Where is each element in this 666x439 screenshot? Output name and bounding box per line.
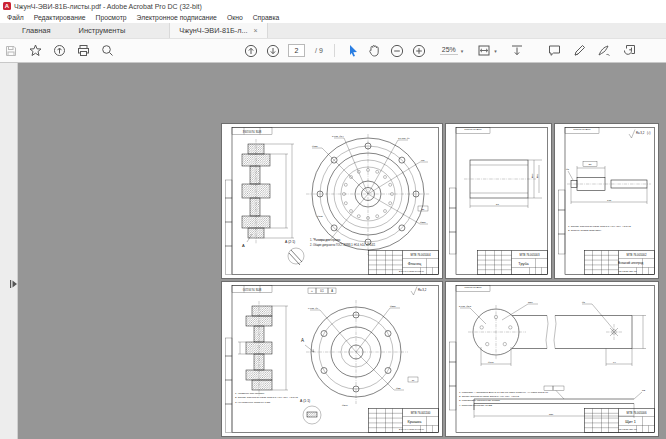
callout-label: ⌀250 (390, 305, 396, 308)
menu-window[interactable]: Окно (222, 14, 248, 21)
share-document-icon (623, 44, 636, 57)
title-block: МТВ 76.001100 Крышка Б-ПН-0,9 ГОСТ 19903… (369, 409, 439, 433)
pdf-page-tube[interactable]: МТВ 76.001003 57 ⌀89 ⌀81 (446, 124, 551, 278)
close-tab-icon[interactable]: × (254, 27, 258, 34)
expand-arrow-icon (9, 279, 18, 289)
pencil-icon (573, 44, 586, 57)
pencil-tool-button[interactable] (572, 44, 586, 58)
select-tool-button[interactable] (346, 44, 360, 58)
corner-stamp-text: МТВ 76.001003 (464, 128, 482, 131)
menu-view[interactable]: Просмотр (91, 14, 132, 21)
print-button[interactable] (76, 44, 90, 58)
comment-bubble-icon (548, 44, 561, 57)
drawing-name: Фланец (408, 262, 422, 266)
note-line: 1. *Размеры для справок. (310, 238, 341, 242)
zoom-in-button[interactable] (412, 44, 426, 58)
tab-bar: Главная Инструменты ЧжунЧ-ЭВИ-81Б-л... × (0, 23, 666, 39)
shield-top-view: 5 отв. ⌀5,5 R50 ⌀8 ⌀100 64 (459, 301, 646, 366)
zoom-level-value: 25% (440, 46, 458, 55)
page-count-label: / 9 (315, 47, 323, 54)
note-line: 3. Маркировать обозначение детали. (459, 399, 501, 402)
send-share-button[interactable] (622, 44, 636, 58)
menu-file[interactable]: Файл (2, 14, 29, 21)
drawing-designation: МТВ 76.001003 (520, 253, 540, 257)
toolbar-left-group (4, 39, 114, 62)
fit-page-icon (510, 44, 524, 57)
drawing-designation: МТВ 76.001002 (627, 253, 647, 257)
menu-edit[interactable]: Редактирование (29, 14, 91, 21)
tab-document[interactable]: ЧжунЧ-ЭВИ-81Б-л... × (169, 23, 267, 38)
title-block: МТВ 76.001003 Труба (478, 251, 548, 275)
drawing-designation: МТВ 76.001006 (627, 411, 647, 415)
note-line: 1. Материал — проволока ДКРНТ 5,0 БТ М1 … (459, 391, 549, 394)
fit-width-select[interactable]: ▾ (477, 44, 497, 57)
cursor-arrow-icon (347, 44, 359, 57)
tab-tools[interactable]: Инструменты (65, 23, 140, 38)
tolerance-frame: ⊥ 0,1 А (308, 288, 336, 294)
page-up-icon (244, 44, 258, 58)
dim-label: 850 (549, 413, 554, 416)
detail-view-a: А (1:1) (300, 399, 321, 425)
note-line: 1. Общие допуски по ГОСТ 30893.1: H14, h… (568, 225, 632, 228)
fill-sign-button[interactable] (597, 44, 611, 58)
surface-finish-mark: Ra 3,2 (411, 287, 427, 296)
zoom-level-select[interactable]: 25% ▾ (440, 46, 464, 55)
corner-stamp-text: МТВ 76.001100 (242, 287, 261, 291)
hand-tool-button[interactable] (368, 44, 382, 58)
dim-label: ⌀89 (531, 173, 534, 178)
note-line: 2. Острые кромки притупить. (568, 229, 602, 232)
plus-circle-icon (412, 44, 426, 58)
detail-label: А (2:1) (285, 240, 295, 244)
zone-label: 2Г (422, 208, 425, 211)
search-icon (101, 44, 114, 57)
find-button[interactable] (100, 44, 114, 58)
pdf-page-cover[interactable]: МТВ 76.001100 ⊥ 0,1 А Ra 3,2 (222, 282, 442, 436)
page-fit-button[interactable] (510, 44, 524, 58)
favorites-button[interactable] (28, 44, 42, 58)
fit-width-icon (477, 44, 491, 57)
pdf-page-shield[interactable]: МТВ 76.001006 (446, 282, 658, 436)
page-down-icon (266, 44, 280, 58)
tab-home[interactable]: Главная (8, 23, 65, 38)
dim-label: ⌀81 (536, 173, 539, 178)
material-spec: М1 ГОСТ 859-78 (618, 270, 637, 273)
drawing-name: Внешний электрод (618, 261, 644, 265)
view-arrow-label: А (301, 338, 304, 343)
zone-label: 1Г (412, 379, 415, 382)
main-toolbar: 2 / 9 25% ▾ (0, 39, 666, 63)
page-number-input[interactable]: 2 (288, 44, 305, 57)
tolerance-datum: А (331, 289, 333, 293)
material-spec: Б-ПН-0,9 ГОСТ 19903-74 (399, 428, 425, 431)
nav-pane-expand-handle[interactable] (9, 275, 18, 285)
pdf-page-flange[interactable]: МТВ 76.001004 А (222, 124, 442, 278)
drawing-name: Труба (518, 262, 529, 266)
share-cloud-button[interactable] (52, 44, 66, 58)
note-line: 2. Общие допуски по ГОСТ 30893.1: H14, h… (459, 395, 520, 398)
document-canvas[interactable]: МТВ 76.001004 А (0, 63, 666, 439)
pdf-page-electrode[interactable]: МТВ 76.001002 Ra 3,2 (√) 28 ⌀8 (555, 124, 658, 278)
corner-stamp-text: МТВ 76.001004 (242, 129, 261, 133)
cover-face-view: 6 отв. ⌀9 ⌀250 ⌀22 1Г А ⌀290 (301, 300, 418, 407)
comment-button[interactable] (547, 44, 561, 58)
dim-label: R2 (642, 389, 646, 392)
previous-page-button[interactable] (244, 44, 258, 58)
detail-label: А (1:1) (300, 399, 310, 403)
next-page-button[interactable] (266, 44, 280, 58)
menu-esign[interactable]: Электронное подписание (132, 14, 222, 21)
zoom-out-button[interactable] (390, 44, 404, 58)
printer-icon (77, 44, 90, 57)
tab-document-label: ЧжунЧ-ЭВИ-81Б-л... (179, 26, 247, 35)
menu-help[interactable]: Справка (248, 14, 285, 21)
dim-label: ⌀100 (488, 361, 494, 364)
shaft-view: 28 ⌀8 173 (566, 162, 651, 205)
menu-bar: Файл Редактирование Просмотр Электронное… (0, 12, 666, 23)
window-titlebar: A ЧжунЧ-ЭВИ-81Б-листы.pdf - Adobe Acroba… (0, 0, 666, 12)
callout-label: ⌀8 (582, 301, 586, 304)
tolerance-value: 0,1 (320, 289, 324, 293)
corner-stamp-text: МТВ 76.001006 (464, 286, 482, 289)
tolerance-symbol: ⊥ (311, 290, 314, 293)
callout-label: 16 отв. ⌀9 (398, 137, 410, 140)
drawing-name: Крышка (408, 420, 423, 424)
drawing-name: Щит 1 (625, 420, 636, 424)
save-button[interactable] (4, 44, 18, 58)
